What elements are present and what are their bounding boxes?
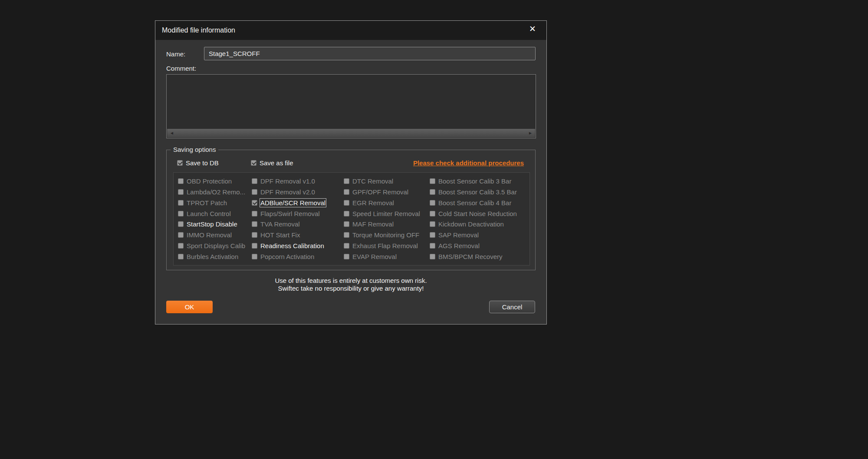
option-label: Boost Sensor Calib 3 Bar <box>438 177 511 185</box>
options-panel: OBD ProtectionLambda/O2 Remo...TPROT Pat… <box>173 172 530 266</box>
option-item-gpf-opf-removal[interactable]: GPF/OPF Removal <box>344 188 430 196</box>
checkbox-icon[interactable] <box>178 178 184 184</box>
option-label: OBD Protection <box>187 177 232 185</box>
option-item-boost-sensor-calib-3-bar[interactable]: Boost Sensor Calib 3 Bar <box>430 177 527 185</box>
option-label: BMS/BPCM Recovery <box>438 253 503 260</box>
option-label: AGS Removal <box>438 242 480 249</box>
dialog-titlebar: Modified file information ✕ <box>155 21 546 40</box>
saving-options-groupbox: Saving options Save to DB Save as file P… <box>166 150 536 270</box>
checkbox-icon[interactable] <box>344 254 349 259</box>
saving-options-legend: Saving options <box>171 146 218 153</box>
close-icon[interactable]: ✕ <box>529 24 536 34</box>
comment-input[interactable] <box>167 75 536 129</box>
checkbox-icon[interactable] <box>252 211 257 216</box>
option-item-adblue-scr-removal[interactable]: ADBlue/SCR Removal <box>252 199 344 207</box>
comment-horizontal-scrollbar[interactable]: ◄ ► <box>167 129 535 138</box>
checkbox-icon[interactable] <box>178 189 184 195</box>
checkbox-icon[interactable] <box>344 243 349 249</box>
option-item-egr-removal[interactable]: EGR Removal <box>344 199 430 207</box>
option-label: DPF Removal v2.0 <box>260 188 315 196</box>
option-item-speed-limiter-removal[interactable]: Speed Limiter Removal <box>344 210 430 217</box>
checkbox-icon[interactable] <box>344 178 349 184</box>
option-label: MAF Removal <box>352 220 394 228</box>
option-item-popcorn-activation[interactable]: Popcorn Activation <box>252 253 344 260</box>
checkbox-icon[interactable] <box>344 221 349 227</box>
checkbox-icon[interactable] <box>252 200 257 206</box>
option-item-evap-removal[interactable]: EVAP Removal <box>344 253 430 260</box>
option-label: Popcorn Activation <box>260 253 314 260</box>
checkbox-icon[interactable] <box>252 178 257 184</box>
option-item-boost-sensor-calib-4-bar[interactable]: Boost Sensor Calib 4 Bar <box>430 199 527 207</box>
option-label: DTC Removal <box>352 177 393 185</box>
option-item-dpf-removal-v2-0[interactable]: DPF Removal v2.0 <box>252 188 344 196</box>
option-label: IMMO Removal <box>187 231 232 239</box>
option-item-tva-removal[interactable]: TVA Removal <box>252 220 344 228</box>
checkbox-icon[interactable] <box>344 232 349 238</box>
checkbox-icon[interactable] <box>178 232 184 238</box>
checkbox-icon[interactable] <box>178 254 184 259</box>
scroll-left-icon[interactable]: ◄ <box>170 129 174 138</box>
checkbox-icon[interactable] <box>178 211 184 216</box>
option-label: Boost Sensor Calib 3.5 Bar <box>438 188 517 196</box>
cancel-button[interactable]: Cancel <box>489 301 535 313</box>
checkbox-icon[interactable] <box>430 243 435 249</box>
option-label: Cold Start Noise Reduction <box>438 210 517 217</box>
option-label: GPF/OPF Removal <box>352 188 408 196</box>
checkbox-icon[interactable] <box>430 221 435 227</box>
save-to-db-label: Save to DB <box>186 159 219 167</box>
option-label: DPF Removal v1.0 <box>260 177 315 185</box>
option-item-dtc-removal[interactable]: DTC Removal <box>344 177 430 185</box>
option-item-obd-protection[interactable]: OBD Protection <box>178 177 252 185</box>
checkbox-icon[interactable] <box>430 178 435 184</box>
option-item-immo-removal[interactable]: IMMO Removal <box>178 231 252 239</box>
checkbox-icon[interactable] <box>252 189 257 195</box>
option-item-tprot-patch[interactable]: TPROT Patch <box>178 199 252 207</box>
option-item-ags-removal[interactable]: AGS Removal <box>430 242 527 249</box>
save-as-file-checkbox-item[interactable]: Save as file <box>251 159 293 167</box>
option-item-sport-displays-calib[interactable]: Sport Displays Calib <box>178 242 252 249</box>
checkbox-icon[interactable] <box>178 243 184 249</box>
option-item-maf-removal[interactable]: MAF Removal <box>344 220 430 228</box>
checkbox-icon[interactable] <box>430 189 435 195</box>
checkbox-icon[interactable] <box>344 211 349 216</box>
option-item-startstop-disable[interactable]: StartStop Disable <box>178 220 252 228</box>
checkbox-icon[interactable] <box>252 243 257 249</box>
option-item-kickdown-deactivation[interactable]: Kickdown Deactivation <box>430 220 527 228</box>
save-as-file-checkbox-icon[interactable] <box>251 160 256 166</box>
option-item-bms-bpcm-recovery[interactable]: BMS/BPCM Recovery <box>430 253 527 260</box>
checkbox-icon[interactable] <box>344 189 349 195</box>
option-item-burbles-activation[interactable]: Burbles Activation <box>178 253 252 260</box>
option-item-launch-control[interactable]: Launch Control <box>178 210 252 217</box>
name-input[interactable] <box>204 47 536 60</box>
option-item-dpf-removal-v1-0[interactable]: DPF Removal v1.0 <box>252 177 344 185</box>
checkbox-icon[interactable] <box>252 232 257 238</box>
checkbox-icon[interactable] <box>178 200 184 206</box>
option-label: Lambda/O2 Remo... <box>187 188 245 196</box>
option-item-readiness-calibration[interactable]: Readiness Calibration <box>252 242 344 249</box>
option-item-exhaust-flap-removal[interactable]: Exhaust Flap Removal <box>344 242 430 249</box>
option-label: Boost Sensor Calib 4 Bar <box>438 199 511 207</box>
option-item-lambda-o2-remo[interactable]: Lambda/O2 Remo... <box>178 188 252 196</box>
ok-button[interactable]: OK <box>166 301 213 313</box>
checkbox-icon[interactable] <box>252 221 257 227</box>
option-label: StartStop Disable <box>187 220 237 228</box>
option-item-flaps-swirl-removal[interactable]: Flaps/Swirl Removal <box>252 210 344 217</box>
save-to-db-checkbox-item[interactable]: Save to DB <box>177 159 251 167</box>
additional-procedures-link[interactable]: Please check additional procedures <box>413 159 524 167</box>
checkbox-icon[interactable] <box>344 200 349 206</box>
checkbox-icon[interactable] <box>430 232 435 238</box>
name-label: Name: <box>166 50 185 58</box>
option-item-torque-monitoring-off[interactable]: Torque Monitoring OFF <box>344 231 430 239</box>
checkbox-icon[interactable] <box>178 221 184 227</box>
scroll-right-icon[interactable]: ► <box>528 129 533 138</box>
checkbox-icon[interactable] <box>430 200 435 206</box>
option-item-cold-start-noise-reduction[interactable]: Cold Start Noise Reduction <box>430 210 527 217</box>
save-to-db-checkbox-icon[interactable] <box>177 160 183 166</box>
option-item-sap-removal[interactable]: SAP Removal <box>430 231 527 239</box>
checkbox-icon[interactable] <box>252 254 257 259</box>
checkbox-icon[interactable] <box>430 211 435 216</box>
option-label: SAP Removal <box>438 231 479 239</box>
option-item-hot-start-fix[interactable]: HOT Start Fix <box>252 231 344 239</box>
checkbox-icon[interactable] <box>430 254 435 259</box>
option-item-boost-sensor-calib-3-5-bar[interactable]: Boost Sensor Calib 3.5 Bar <box>430 188 527 196</box>
